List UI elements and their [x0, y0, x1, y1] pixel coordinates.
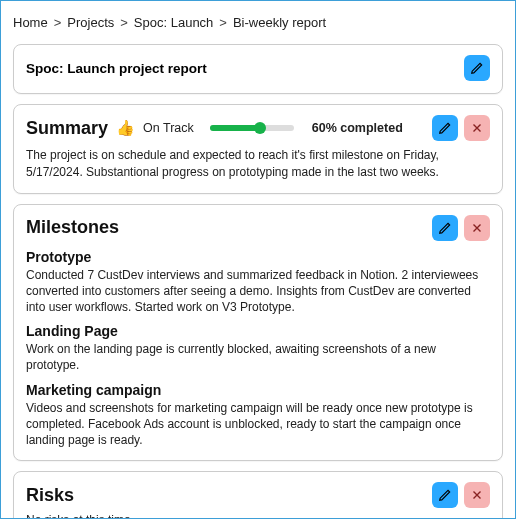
edit-title-button[interactable] — [464, 55, 490, 81]
milestone-item: Landing Page Work on the landing page is… — [26, 323, 490, 373]
milestone-title: Landing Page — [26, 323, 490, 339]
close-icon — [470, 488, 484, 502]
breadcrumb-current: Bi-weekly report — [233, 15, 326, 30]
edit-summary-button[interactable] — [432, 115, 458, 141]
milestones-card: Milestones Prototype Conducted 7 CustDev… — [13, 204, 503, 462]
progress-fill — [210, 125, 260, 131]
milestone-desc: Videos and screenshots for marketing cam… — [26, 400, 490, 449]
progress-bar — [210, 125, 294, 131]
risks-card: Risks No risks at this time — [13, 471, 503, 519]
close-icon — [470, 121, 484, 135]
milestones-heading: Milestones — [26, 217, 119, 238]
pencil-icon — [438, 488, 452, 502]
progress-percent-label: 60% completed — [312, 121, 403, 135]
milestone-desc: Work on the landing page is currently bl… — [26, 341, 490, 373]
breadcrumb-home-link[interactable]: Home — [13, 15, 48, 30]
summary-card: Summary 👍 On Track 60% completed The pro… — [13, 104, 503, 194]
breadcrumb-spoc-launch-link[interactable]: Spoc: Launch — [134, 15, 214, 30]
milestone-title: Prototype — [26, 249, 490, 265]
pencil-icon — [438, 221, 452, 235]
milestone-item: Marketing campaign Videos and screenshot… — [26, 382, 490, 449]
report-title: Spoc: Launch project report — [26, 61, 207, 76]
summary-description: The project is on schedule and expected … — [26, 147, 490, 181]
milestone-title: Marketing campaign — [26, 382, 490, 398]
summary-heading: Summary — [26, 118, 108, 139]
risks-heading: Risks — [26, 485, 74, 506]
report-title-card: Spoc: Launch project report — [13, 44, 503, 94]
risks-description: No risks at this time — [26, 512, 490, 519]
chevron-right-icon: > — [54, 15, 62, 30]
milestone-item: Prototype Conducted 7 CustDev interviews… — [26, 249, 490, 316]
thumbs-up-icon: 👍 — [116, 119, 135, 137]
breadcrumb-projects-link[interactable]: Projects — [67, 15, 114, 30]
pencil-icon — [438, 121, 452, 135]
delete-milestones-button[interactable] — [464, 215, 490, 241]
delete-risks-button[interactable] — [464, 482, 490, 508]
delete-summary-button[interactable] — [464, 115, 490, 141]
status-text: On Track — [143, 121, 194, 135]
milestone-desc: Conducted 7 CustDev interviews and summa… — [26, 267, 490, 316]
progress-knob — [254, 122, 266, 134]
breadcrumb: Home > Projects > Spoc: Launch > Bi-week… — [13, 15, 503, 30]
pencil-icon — [470, 61, 484, 75]
edit-risks-button[interactable] — [432, 482, 458, 508]
close-icon — [470, 221, 484, 235]
chevron-right-icon: > — [219, 15, 227, 30]
chevron-right-icon: > — [120, 15, 128, 30]
edit-milestones-button[interactable] — [432, 215, 458, 241]
